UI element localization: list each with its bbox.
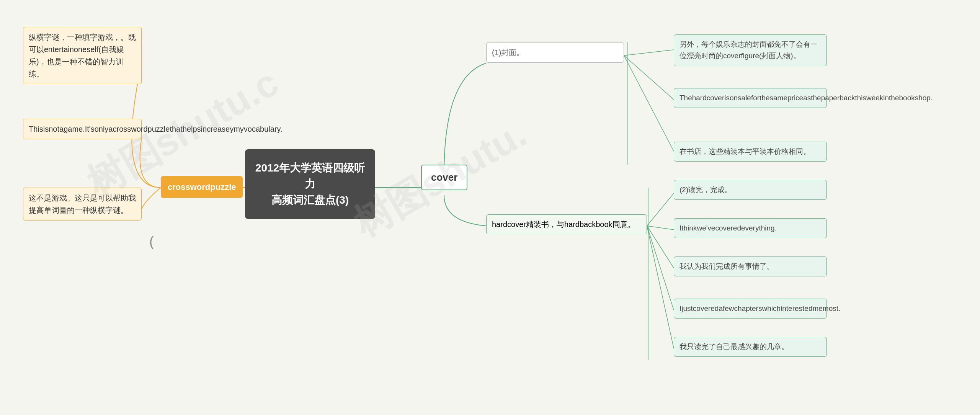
far-right-7: Ijustcoveredafewchapterswhichinterestedm… bbox=[674, 299, 827, 319]
far-right-6: 我认为我们完成所有事情了。 bbox=[674, 257, 827, 276]
sub2-node: hardcover精装书，与hardbackbook同意。 bbox=[486, 214, 647, 234]
far-right-1-text: 另外，每个娱乐杂志的封面都免不了会有一位漂亮时尚的coverfigure(封面人… bbox=[679, 40, 818, 60]
left-leaf-3-text: 这不是游戏。这只是可以帮助我提高单词量的一种纵横字谜。 bbox=[29, 194, 136, 214]
sub1-label: (1)封面。 bbox=[492, 48, 524, 57]
left-leaf-2-text: Thisisnotagame.It'sonlyacrosswordpuzzlet… bbox=[29, 125, 283, 133]
center-label: 2012年大学英语四级听力高频词汇盘点(3) bbox=[255, 162, 365, 206]
far-right-5-text: Ithinkwe'vecoveredeverything. bbox=[679, 224, 777, 232]
center-node: 2012年大学英语四级听力高频词汇盘点(3) bbox=[245, 149, 375, 219]
far-right-1: 另外，每个娱乐杂志的封面都免不了会有一位漂亮时尚的coverfigure(封面人… bbox=[674, 34, 827, 66]
sub1-node: (1)封面。 bbox=[486, 42, 624, 63]
mindmap-container: 2012年大学英语四级听力高频词汇盘点(3) crosswordpuzzle 纵… bbox=[0, 0, 980, 415]
left-leaf-2: Thisisnotagame.It'sonlyacrosswordpuzzlet… bbox=[23, 119, 142, 139]
far-right-2-text: Thehardcoverisonsaleforthesamepriceasthe… bbox=[679, 94, 933, 102]
cover-node: cover bbox=[421, 165, 467, 190]
left-leaf-3: 这不是游戏。这只是可以帮助我提高单词量的一种纵横字谜。 bbox=[23, 188, 142, 221]
far-right-6-text: 我认为我们完成所有事情了。 bbox=[679, 262, 774, 270]
far-right-7-text: Ijustcoveredafewchapterswhichinterestedm… bbox=[679, 304, 840, 312]
svg-line-5 bbox=[647, 226, 674, 268]
crossword-label: crosswordpuzzle bbox=[168, 182, 236, 192]
left-leaf-1: 纵横字谜，一种填字游戏，。既可以entertainoneself(自我娱乐)，也… bbox=[23, 27, 142, 84]
svg-line-1 bbox=[624, 56, 674, 100]
far-right-5: Ithinkwe'vecoveredeverything. bbox=[674, 218, 827, 238]
far-right-8-text: 我只读完了自己最感兴趣的几章。 bbox=[679, 343, 789, 351]
svg-line-2 bbox=[624, 56, 674, 151]
far-right-4: (2)读完，完成。 bbox=[674, 180, 827, 200]
sub2-label: hardcover精装书，与hardbackbook同意。 bbox=[492, 220, 635, 229]
left-leaf-1-text: 纵横字谜，一种填字游戏，。既可以entertainoneself(自我娱乐)，也… bbox=[29, 33, 136, 78]
partial-paren: ( bbox=[149, 234, 154, 250]
far-right-4-text: (2)读完，完成。 bbox=[679, 186, 732, 194]
svg-line-4 bbox=[647, 226, 674, 230]
svg-line-7 bbox=[647, 226, 674, 348]
svg-line-3 bbox=[647, 193, 674, 226]
cover-label: cover bbox=[431, 172, 457, 183]
far-right-2: Thehardcoverisonsaleforthesamepriceasthe… bbox=[674, 88, 827, 108]
far-right-3-text: 在书店，这些精装本与平装本价格相同。 bbox=[679, 147, 810, 155]
svg-line-0 bbox=[624, 50, 674, 56]
far-right-8: 我只读完了自己最感兴趣的几章。 bbox=[674, 337, 827, 357]
svg-line-6 bbox=[647, 226, 674, 310]
far-right-3: 在书店，这些精装本与平装本价格相同。 bbox=[674, 142, 827, 162]
crossword-node: crosswordpuzzle bbox=[161, 176, 243, 198]
